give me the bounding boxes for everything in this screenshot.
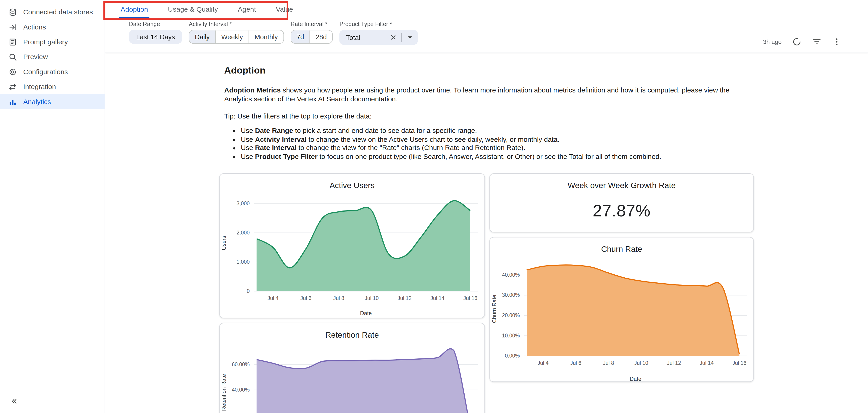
svg-text:20.00%: 20.00% [232, 412, 250, 413]
product-type-filter-group: Product Type Filter * Total [339, 21, 418, 45]
sidebar-item-actions[interactable]: Actions [0, 20, 104, 34]
sidebar-item-preview[interactable]: Preview [0, 49, 104, 64]
sidebar-item-label: Analytics [23, 98, 51, 105]
sidebar-nav: Connected data stores Actions Prompt gal… [0, 0, 104, 109]
dropdown-caret-icon[interactable] [406, 34, 414, 41]
product-type-filter[interactable]: Total [339, 30, 418, 45]
tab-value[interactable]: Value [266, 0, 303, 19]
card-wow-growth: Week over Week Growth Rate 27.87% [489, 173, 754, 232]
intro-section: Adoption Adoption Metrics shows you how … [224, 65, 742, 161]
activity-interval-group: Activity Interval * Daily Weekly Monthly [189, 21, 284, 44]
svg-text:40.00%: 40.00% [232, 387, 250, 393]
toggle-option-monthly[interactable]: Monthly [248, 30, 283, 43]
bullet-text: to focus on one product type (like Searc… [317, 153, 661, 160]
svg-text:Jul 8: Jul 8 [333, 295, 344, 301]
svg-text:Churn Rate: Churn Rate [491, 295, 497, 323]
card-churn-rate: Churn Rate 0.00%10.00%20.00%30.00%40.00%… [489, 237, 754, 382]
page-header: Adoption Usage & Quality Agent Value Dat… [105, 0, 868, 53]
svg-text:Jul 10: Jul 10 [634, 360, 648, 366]
collapse-sidebar-button[interactable] [7, 394, 21, 408]
bullet-term: Activity Interval [255, 135, 307, 143]
svg-text:3,000: 3,000 [237, 200, 250, 206]
combo-divider [402, 33, 402, 42]
bullet-term: Product Type Filter [255, 153, 317, 160]
tab-label: Agent [238, 5, 256, 13]
sidebar-item-configurations[interactable]: Configurations [0, 64, 104, 79]
svg-text:Jul 6: Jul 6 [570, 360, 582, 366]
chart-churn-rate: 0.00%10.00%20.00%30.00%40.00%Jul 4Jul 6J… [490, 256, 754, 383]
collapse-sidebar-icon [9, 397, 18, 406]
chart-title: Active Users [220, 181, 485, 190]
svg-text:Date: Date [360, 310, 372, 316]
analytics-icon [8, 97, 17, 106]
header-actions: 3h ago [763, 36, 841, 46]
card-retention-rate: Retention Rate 0.00%20.00%40.00%60.00%Ju… [219, 323, 485, 413]
svg-text:60.00%: 60.00% [232, 361, 250, 367]
svg-text:Jul 16: Jul 16 [733, 360, 746, 366]
svg-text:0.00%: 0.00% [505, 353, 520, 359]
filters-bar: Date Range Last 14 Days Activity Interva… [105, 21, 868, 45]
toggle-option-28d[interactable]: 28d [310, 30, 332, 43]
sidebar-item-connected-data-stores[interactable]: Connected data stores [0, 4, 104, 19]
clear-icon[interactable] [390, 34, 397, 41]
sidebar-item-integration[interactable]: Integration [0, 79, 104, 94]
bullet-item: Use Date Range to pick a start and end d… [241, 127, 742, 135]
bullet-text: Use [241, 135, 255, 143]
product-type-filter-label: Product Type Filter * [339, 21, 418, 27]
svg-text:10.00%: 10.00% [502, 332, 520, 339]
svg-text:40.00%: 40.00% [502, 272, 520, 278]
last-refreshed-text: 3h ago [763, 38, 782, 45]
sidebar-item-analytics[interactable]: Analytics [0, 94, 104, 109]
product-type-value: Total [346, 34, 385, 41]
sidebar-item-prompt-gallery[interactable]: Prompt gallery [0, 34, 104, 49]
tab-label: Value [276, 5, 293, 13]
bullet-item: Use Product Type Filter to focus on one … [241, 153, 742, 161]
tips-list: Use Date Range to pick a start and end d… [224, 127, 742, 161]
filter-button[interactable] [812, 36, 822, 46]
svg-text:Retention Rate: Retention Rate [221, 374, 227, 411]
more-vert-icon [832, 37, 841, 46]
chart-title: Churn Rate [490, 245, 753, 254]
preview-icon [8, 52, 17, 61]
growth-rate-value: 27.87% [490, 201, 753, 220]
refresh-icon [792, 37, 801, 46]
tip-text: Tip: Use the filters at the top to explo… [224, 112, 742, 121]
toggle-option-weekly[interactable]: Weekly [215, 30, 249, 43]
activity-interval-label: Activity Interval * [189, 21, 284, 27]
configurations-icon [8, 67, 17, 76]
svg-text:30.00%: 30.00% [502, 292, 520, 298]
sidebar-item-label: Integration [23, 83, 56, 90]
chart-title: Week over Week Growth Rate [490, 181, 753, 190]
integration-icon [8, 82, 17, 91]
prompt-gallery-icon [8, 37, 17, 46]
more-options-button[interactable] [832, 36, 841, 46]
svg-text:0: 0 [247, 288, 250, 294]
bullet-item: Use Rate Interval to change the view for… [241, 144, 742, 152]
bullet-item: Use Activity Interval to change the view… [241, 135, 742, 144]
refresh-button[interactable] [792, 36, 802, 46]
tab-agent[interactable]: Agent [228, 0, 266, 19]
page-title: Adoption [224, 65, 742, 76]
svg-text:Jul 12: Jul 12 [398, 295, 411, 301]
chart-retention-rate: 0.00%20.00%40.00%60.00%Jul 4Jul 6Jul 8Ju… [220, 341, 486, 413]
actions-icon [8, 22, 17, 31]
toggle-option-7d[interactable]: 7d [291, 30, 310, 43]
svg-text:2,000: 2,000 [237, 230, 250, 235]
svg-text:Jul 16: Jul 16 [463, 295, 477, 301]
sidebar-item-label: Configurations [23, 68, 68, 75]
bullet-term: Date Range [255, 127, 293, 134]
rate-interval-toggle: 7d 28d [291, 30, 333, 44]
data-stores-icon [8, 7, 17, 17]
svg-text:Jul 4: Jul 4 [537, 360, 549, 366]
bullet-text: Use [241, 127, 255, 134]
date-range-group: Date Range Last 14 Days [129, 21, 182, 44]
date-range-button[interactable]: Last 14 Days [129, 30, 182, 44]
svg-text:Jul 10: Jul 10 [365, 295, 378, 301]
toggle-option-daily[interactable]: Daily [189, 30, 215, 43]
bullet-text: to change the view on the Active Users c… [307, 135, 559, 143]
tab-adoption[interactable]: Adoption [111, 0, 158, 19]
svg-text:Jul 14: Jul 14 [430, 295, 444, 301]
tab-usage-quality[interactable]: Usage & Quality [158, 0, 228, 19]
rate-interval-group: Rate Interval * 7d 28d [291, 21, 333, 44]
bullet-text: to pick a start and end date to see data… [293, 127, 477, 134]
